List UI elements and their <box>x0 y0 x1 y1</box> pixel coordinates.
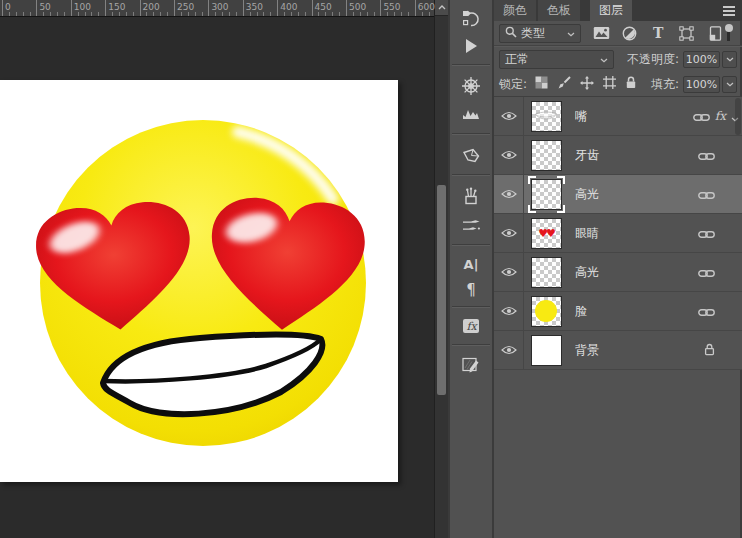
dock-separator <box>452 306 490 307</box>
scrollbar-thumb[interactable] <box>437 185 446 395</box>
dock-separator <box>452 64 490 65</box>
layer-thumbnail[interactable] <box>524 296 568 327</box>
ruler-tick: 250 <box>174 0 175 16</box>
ruler-tick: 300 <box>208 0 209 16</box>
layer-row[interactable]: 背景 <box>494 331 742 370</box>
tab-layers[interactable]: 图层 <box>590 0 632 21</box>
layer-list-scrollbar[interactable] <box>735 98 741 135</box>
ruler-tick: 50 <box>36 0 37 16</box>
layer-row[interactable]: ♥♥眼睛 <box>494 214 742 253</box>
history-icon[interactable] <box>450 3 492 33</box>
canvas-vertical-scrollbar[interactable] <box>434 0 448 538</box>
adjustment-layers-filter-icon[interactable] <box>621 24 639 42</box>
fill-value[interactable]: 100% <box>683 76 720 93</box>
chevron-down-icon <box>567 26 575 40</box>
lock-transparency-icon[interactable] <box>535 76 548 92</box>
horizontal-ruler[interactable]: 050100150200250300350400450500550600 <box>0 0 434 17</box>
actions-play-icon[interactable] <box>450 31 492 61</box>
opacity-value[interactable]: 100% <box>683 51 720 68</box>
blend-mode-row: 正常 不透明度: 100% <box>494 46 742 72</box>
type-layers-filter-icon[interactable]: T <box>649 24 667 42</box>
layer-fx-badge[interactable]: fx <box>715 109 726 123</box>
ruler-tick: 500 <box>346 0 347 16</box>
dock-separator <box>452 133 490 134</box>
pen-document-icon[interactable] <box>450 350 492 380</box>
tool-presets-cup-icon[interactable] <box>450 181 492 211</box>
panel-icon-dock: A| ¶ fx <box>448 0 494 538</box>
filter-type-combo[interactable]: 类型 <box>499 24 581 43</box>
layer-row[interactable]: 高光 <box>494 253 742 292</box>
link-icon[interactable] <box>698 185 715 204</box>
layer-filter-toggle[interactable] <box>724 24 733 42</box>
layer-name[interactable]: 牙齿 <box>575 147 698 164</box>
layer-name[interactable]: 背景 <box>575 342 704 359</box>
ruler-tick: 350 <box>243 0 244 16</box>
layer-name[interactable]: 嘴 <box>575 108 693 125</box>
dock-separator <box>452 244 490 245</box>
layer-row[interactable]: 高光 <box>494 175 742 214</box>
layer-thumbnail[interactable] <box>524 179 568 210</box>
tab-color[interactable]: 颜色 <box>494 0 536 21</box>
smart-object-filter-icon[interactable] <box>707 24 725 42</box>
photoshop-window: 050100150200250300350400450500550600 <box>0 0 742 538</box>
opacity-chevron-button[interactable] <box>722 51 737 68</box>
link-icon[interactable] <box>698 224 715 243</box>
link-icon[interactable] <box>693 107 710 126</box>
layer-list: 嘴fx牙齿高光♥♥眼睛高光脸背景 <box>494 97 742 370</box>
helm-wheel-icon[interactable] <box>450 71 492 101</box>
layer-name[interactable]: 脸 <box>575 303 698 320</box>
visibility-eye-toggle[interactable] <box>494 136 524 174</box>
lock-pixels-brush-icon[interactable] <box>557 76 571 93</box>
panel-tab-bar: 颜色 色板 图层 <box>494 0 742 21</box>
visibility-eye-toggle[interactable] <box>494 214 524 252</box>
layer-thumbnail[interactable] <box>524 335 568 366</box>
link-icon[interactable] <box>698 263 715 282</box>
brush-settings-icon[interactable] <box>450 210 492 240</box>
scrollbar-up-arrow-icon[interactable] <box>435 0 448 16</box>
svg-text:fx: fx <box>467 320 479 333</box>
blend-mode-combo[interactable]: 正常 <box>499 50 614 69</box>
lock-artboard-frame-icon[interactable] <box>603 76 616 92</box>
fill-chevron-button[interactable] <box>722 76 737 93</box>
canvas-pasteboard[interactable] <box>0 17 434 538</box>
histogram-icon[interactable] <box>450 98 492 128</box>
styles-fx-icon[interactable]: fx <box>450 311 492 341</box>
layers-panel: 颜色 色板 图层 类型 T 正常 不透明度: 100% <box>494 0 742 538</box>
shape-layers-filter-icon[interactable] <box>678 24 696 42</box>
lock-position-move-icon[interactable] <box>580 76 594 93</box>
paragraph-panel-icon[interactable]: ¶ <box>450 275 492 305</box>
layer-name[interactable]: 高光 <box>575 264 698 281</box>
pixel-layers-filter-icon[interactable] <box>592 24 610 42</box>
layer-name[interactable]: 高光 <box>575 186 698 203</box>
search-icon <box>505 26 517 41</box>
layer-thumbnail[interactable] <box>524 140 568 171</box>
tab-swatches[interactable]: 色板 <box>538 0 580 21</box>
panel-menu-icon[interactable] <box>723 6 735 16</box>
layer-name[interactable]: 眼睛 <box>575 225 698 242</box>
ruler-minor-ticks <box>2 12 434 16</box>
character-glyph: A| <box>464 257 479 272</box>
layer-thumbnail[interactable]: ♥♥ <box>524 218 568 249</box>
lock-all-padlock-icon[interactable] <box>625 76 637 92</box>
ruler-tick: 150 <box>105 0 106 16</box>
visibility-eye-toggle[interactable] <box>494 292 524 330</box>
ruler-tick: 200 <box>140 0 141 16</box>
link-icon[interactable] <box>698 146 715 165</box>
visibility-eye-toggle[interactable] <box>494 97 524 135</box>
document-canvas[interactable] <box>0 80 398 482</box>
layer-row[interactable]: 嘴fx <box>494 97 742 136</box>
visibility-eye-toggle[interactable] <box>494 253 524 291</box>
lock-label: 锁定: <box>499 76 527 93</box>
folded-page-icon[interactable] <box>450 140 492 170</box>
layer-row[interactable]: 脸 <box>494 292 742 331</box>
ruler-tick: 100 <box>71 0 72 16</box>
visibility-eye-toggle[interactable] <box>494 331 524 369</box>
layer-thumbnail[interactable] <box>524 257 568 288</box>
ruler-tick: 600 <box>415 0 416 16</box>
lock-row: 锁定: 填充: 100% <box>494 72 742 97</box>
layer-thumbnail[interactable] <box>524 101 568 132</box>
visibility-eye-toggle[interactable] <box>494 175 524 213</box>
ruler-tick: 550 <box>380 0 381 16</box>
layer-row[interactable]: 牙齿 <box>494 136 742 175</box>
link-icon[interactable] <box>698 302 715 321</box>
